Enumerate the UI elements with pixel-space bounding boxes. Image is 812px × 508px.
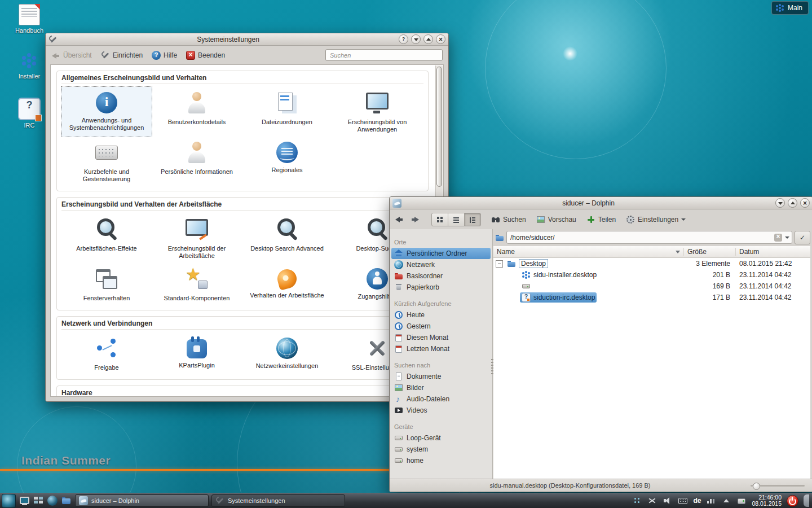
place-item[interactable]: Gestern [390, 321, 492, 332]
place-item[interactable]: Diesen Monat [390, 332, 492, 343]
module-label: Kurzbefehle und Gestensteuerung [64, 168, 149, 183]
file-name-cell[interactable]: siduction-irc.desktop [520, 292, 597, 303]
icons-view-button[interactable] [431, 213, 448, 226]
place-label: Gestern [407, 322, 431, 330]
tray-expander-icon[interactable] [632, 496, 642, 506]
caret-up-icon[interactable] [721, 496, 731, 506]
leave-button[interactable] [787, 495, 798, 507]
file-row[interactable]: sidu-installer.desktop 201 B 23.11.2014 … [493, 269, 810, 281]
application-launcher-icon[interactable] [2, 494, 16, 508]
settings-search-input[interactable] [325, 49, 443, 61]
dolphin-titlebar[interactable]: siducer – Dolphin [390, 197, 812, 209]
location-input[interactable] [509, 233, 771, 242]
quit-button[interactable]: Beenden [186, 51, 225, 60]
device-notifier-icon[interactable] [736, 496, 747, 506]
place-item[interactable]: Letzten Monat [390, 343, 492, 354]
settings-module[interactable]: Netzwerkeinstellungen [242, 332, 332, 375]
settings-module[interactable]: Kurzbefehle und Gestensteuerung [61, 137, 152, 186]
place-item[interactable]: Bilder [390, 382, 492, 393]
maximize-window-button[interactable] [788, 198, 797, 208]
place-item[interactable]: Videos [390, 405, 492, 416]
close-window-button[interactable] [800, 198, 810, 208]
keyboard-layout-label[interactable]: de [693, 497, 701, 505]
settings-module[interactable]: Freigabe [61, 332, 152, 375]
desktop-icon[interactable]: Handbuch [7, 3, 52, 34]
place-item[interactable]: Heute [390, 309, 492, 321]
column-header-date[interactable]: Datum [736, 248, 810, 256]
help-window-button[interactable] [399, 34, 408, 44]
file-name-cell[interactable] [520, 281, 604, 291]
compact-view-button[interactable] [448, 213, 465, 226]
settings-module[interactable]: Anwendungs- und Systembenachrichtigungen [61, 87, 152, 137]
settings-module[interactable]: Standard-Komponenten [152, 263, 242, 305]
column-header-name[interactable]: Name [493, 248, 684, 256]
minimize-window-button[interactable] [775, 198, 785, 208]
activity-main-button[interactable]: Main [771, 1, 809, 15]
settings-module[interactable]: Regionales [242, 137, 332, 186]
place-item[interactable]: Netzwerk [390, 259, 492, 270]
back-button[interactable] [394, 214, 404, 225]
settings-module[interactable]: Fensterverhalten [61, 263, 152, 305]
settings-module[interactable]: Arbeitsflächen-Effekte [61, 213, 152, 263]
place-item[interactable]: system [390, 444, 492, 455]
wallpaper-label: Indian Summer [21, 454, 111, 467]
maximize-window-button[interactable] [423, 34, 433, 44]
place-item[interactable]: Audio-Dateien [390, 393, 492, 405]
place-item[interactable]: home [390, 455, 492, 466]
settings-module[interactable]: Dateizuordnungen [242, 87, 332, 137]
help-button[interactable]: Hilfe [152, 51, 177, 60]
klipper-scissors-icon[interactable] [647, 496, 657, 506]
location-field[interactable] [506, 231, 792, 244]
settings-titlebar[interactable]: Systemeinstellungen [46, 33, 448, 46]
show-desktop-icon[interactable] [19, 495, 30, 506]
details-view-button[interactable] [464, 213, 481, 226]
files-icon[interactable] [61, 495, 72, 506]
taskbar-task[interactable]: Systemeinstellungen [211, 494, 345, 507]
configure-button[interactable]: Einrichten [101, 51, 143, 60]
expander-icon[interactable] [496, 260, 503, 268]
location-dropdown-icon[interactable] [785, 237, 789, 239]
clear-location-icon[interactable] [774, 234, 782, 242]
settings-module[interactable]: Desktop Search Advanced [242, 213, 332, 263]
settings-module[interactable]: Erscheinungsbild von Anwendungen [332, 87, 422, 137]
settings-module[interactable]: Persönliche Informationen [152, 137, 242, 186]
settings-module[interactable]: Benutzerkontodetails [152, 87, 242, 137]
web-icon[interactable] [47, 496, 58, 506]
network-signal-icon[interactable] [706, 496, 716, 506]
zoom-slider[interactable] [751, 485, 805, 487]
place-item[interactable]: Dokumente [390, 371, 492, 382]
file-row[interactable]: siduction-irc.desktop 171 B 23.11.2014 0… [493, 292, 810, 303]
volume-icon[interactable] [663, 496, 673, 506]
minimize-window-button[interactable] [411, 34, 421, 44]
place-item[interactable]: Loop-Gerät [390, 432, 492, 444]
file-row[interactable]: 169 B 23.11.2014 04:42 [493, 281, 810, 292]
panel-cashew-icon[interactable] [804, 494, 809, 507]
file-row[interactable]: Desktop 3 Elemente 08.01.2015 21:42 [493, 258, 810, 269]
share-button[interactable]: Teilen [586, 215, 616, 224]
video-icon [394, 406, 403, 415]
location-folder-icon[interactable] [495, 233, 504, 242]
place-item[interactable]: Basisordner [390, 270, 492, 282]
document-icon [394, 372, 403, 381]
close-window-button[interactable] [436, 34, 445, 44]
overview-button[interactable]: Übersicht [51, 51, 92, 60]
taskbar-task[interactable]: siducer – Dolphin [75, 494, 209, 507]
preview-button[interactable]: Vorschau [536, 215, 576, 224]
scrollbar-thumb[interactable] [436, 67, 442, 187]
forward-button[interactable] [410, 214, 420, 225]
digital-clock[interactable]: 21:46:00 08.01.2015 [752, 494, 782, 507]
place-item[interactable]: Papierkorb [390, 282, 492, 293]
settings-module[interactable]: Erscheinungsbild der Arbeitsfläche [152, 213, 242, 263]
file-name-cell[interactable]: sidu-installer.desktop [520, 270, 604, 280]
file-name-cell[interactable]: Desktop [505, 259, 597, 269]
find-button[interactable]: Suchen [491, 215, 526, 224]
settings-module[interactable]: KPartsPlugin [152, 332, 242, 375]
location-confirm-button[interactable] [795, 231, 810, 244]
zoom-slider-knob[interactable] [753, 483, 760, 490]
column-header-size[interactable]: Größe [684, 248, 736, 256]
keyboard-layout-icon[interactable] [678, 496, 688, 506]
place-item[interactable]: Persönlicher Ordner [391, 248, 491, 259]
settings-module[interactable]: Verhalten der Arbeitsfläche [242, 263, 332, 305]
settings-menu-button[interactable]: Einstellungen [626, 215, 686, 224]
pager-icon[interactable] [33, 495, 44, 506]
